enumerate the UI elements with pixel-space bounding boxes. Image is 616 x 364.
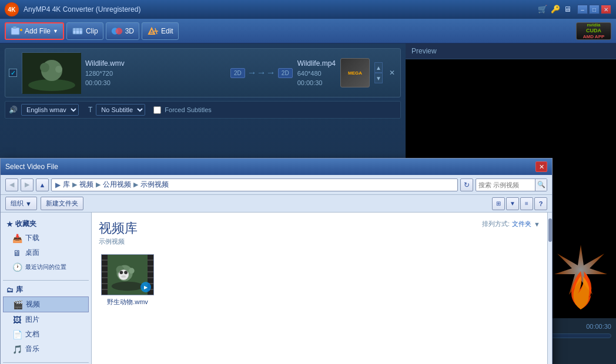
view-arrow-button[interactable]: ▼ <box>506 197 519 210</box>
content-grid: ▶ 野生动物.wmv <box>99 252 540 309</box>
sort-bar: 排列方式: 文件夹 ▼ <box>482 220 540 228</box>
input-duration: 00:00:30 <box>85 79 226 86</box>
breadcrumb-video[interactable]: 视频 <box>79 180 93 190</box>
desktop-label: 桌面 <box>25 248 39 258</box>
add-file-label: Add File <box>25 27 51 35</box>
dialog-content-area: 视频库 示例视频 排列方式: 文件夹 ▼ <box>92 213 547 364</box>
remove-file-button[interactable]: ✕ <box>387 68 397 77</box>
svg-point-17 <box>40 63 49 72</box>
file-card-thumbnail: ▶ <box>101 254 154 295</box>
library-icon: 🗂 <box>6 286 14 294</box>
film-strip-left <box>102 255 108 295</box>
refresh-button[interactable]: ↻ <box>460 178 473 191</box>
clip-button[interactable]: Clip <box>66 22 103 40</box>
forced-subtitles-checkbox[interactable] <box>153 106 161 114</box>
favorites-star-icon: ★ <box>6 220 13 228</box>
help-button[interactable]: ? <box>534 197 547 210</box>
title-bar: 4K AnyMP4 4K Converter (Unregistered) 🛒 … <box>0 0 616 19</box>
breadcrumb-bar[interactable]: ▶ 库 ▶ 视频 ▶ 公用视频 ▶ 示例视频 <box>51 178 458 191</box>
main-wrapper: ✓ Wildlife.wmv 1280*720 00:00:30 <box>0 43 616 364</box>
svg-point-24 <box>129 268 135 274</box>
svg-marker-10 <box>149 28 155 34</box>
up-button[interactable]: ▲ <box>36 178 49 191</box>
edit-button[interactable]: Edit <box>142 22 179 40</box>
sort-label: 排列方式: <box>482 220 510 228</box>
library-title-group: 视频库 示例视频 <box>99 220 138 246</box>
format-in-badge: 2D <box>230 68 245 78</box>
minimize-button[interactable]: – <box>577 5 588 14</box>
search-input[interactable] <box>476 181 535 188</box>
dialog-body: ★ 收藏夹 📥 下载 🖥 桌面 🕐 最近访问的位置 <box>1 213 552 364</box>
dialog-close-button[interactable]: ✕ <box>535 161 547 172</box>
svg-point-28 <box>121 275 126 278</box>
breadcrumb-example[interactable]: 示例视频 <box>140 180 169 190</box>
key-icon[interactable]: 🔑 <box>551 5 560 14</box>
breadcrumb-icon: ▶ <box>55 181 61 189</box>
sidebar-item-documents[interactable]: 📄 文档 <box>3 327 89 342</box>
search-icon[interactable]: 🔍 <box>535 179 547 191</box>
downloads-label: 下载 <box>25 233 39 243</box>
sidebar-item-video[interactable]: 🎬 视频 <box>3 296 89 312</box>
new-folder-button[interactable]: 新建文件夹 <box>41 197 83 210</box>
downloads-icon: 📥 <box>12 234 22 243</box>
play-overlay-icon: ▶ <box>140 282 151 292</box>
format-out-badge: 2D <box>278 68 293 78</box>
add-file-icon <box>11 25 22 37</box>
sort-chevron: ▼ <box>534 221 540 228</box>
svg-rect-0 <box>11 28 19 35</box>
title-controls: 🛒 🔑 🖥 – □ ✕ <box>538 5 611 14</box>
add-file-button[interactable]: Add File ▼ <box>5 22 64 40</box>
documents-icon: 📄 <box>12 330 22 339</box>
audio-track-select[interactable]: English wmav <box>21 104 79 116</box>
maximize-button[interactable]: □ <box>589 5 600 14</box>
dialog-toolbar: 组织 ▼ 新建文件夹 ⊞ ▼ ≡ ? <box>1 195 552 213</box>
cart-icon[interactable]: 🛒 <box>538 5 547 14</box>
pictures-icon: 🖼 <box>12 315 22 325</box>
scroll-up-button[interactable]: ▲ <box>374 62 383 73</box>
back-button[interactable]: ◀ <box>5 178 18 191</box>
3d-label: 3D <box>125 27 134 35</box>
recent-icon: 🕐 <box>12 262 22 272</box>
breadcrumb-lib[interactable]: 库 <box>63 180 70 190</box>
sort-value[interactable]: 文件夹 <box>512 220 531 228</box>
sidebar-item-downloads[interactable]: 📥 下载 <box>3 231 89 245</box>
music-icon: 🎵 <box>12 345 22 354</box>
sidebar-item-recent[interactable]: 🕐 最近访问的位置 <box>3 260 89 274</box>
video-folder-icon: 🎬 <box>13 300 22 309</box>
audio-icon: 🔊 <box>9 106 18 114</box>
mega-label: MEGA <box>348 70 362 76</box>
svg-point-18 <box>55 66 62 73</box>
file-card-wildlife[interactable]: ▶ 野生动物.wmv <box>101 254 154 306</box>
dialog-title-bar: Select Video File ✕ <box>1 159 552 175</box>
details-view-button[interactable]: ≡ <box>520 197 533 210</box>
file-checkbox[interactable]: ✓ <box>9 69 17 77</box>
subtitle-select[interactable]: No Subtitle <box>96 104 145 116</box>
close-button[interactable]: ✕ <box>601 5 611 14</box>
sidebar-item-desktop[interactable]: 🖥 桌面 <box>3 245 89 260</box>
svg-rect-1 <box>13 26 16 28</box>
edit-label: Edit <box>161 27 173 35</box>
sidebar-item-pictures[interactable]: 🖼 图片 <box>3 312 89 327</box>
file-thumbnail <box>22 52 81 93</box>
mega-icon: MEGA <box>340 58 370 87</box>
vertical-scrollbar[interactable] <box>547 213 552 364</box>
grid-view-button[interactable]: ⊞ <box>492 197 505 210</box>
title-bar-left: 4K AnyMP4 4K Converter (Unregistered) <box>5 2 140 16</box>
organize-chevron: ▼ <box>25 200 32 207</box>
sidebar-divider-2 <box>3 362 89 363</box>
search-bar: 🔍 <box>476 178 547 191</box>
scrollbar-thumb[interactable] <box>548 218 552 242</box>
breadcrumb-public[interactable]: 公用视频 <box>103 180 131 190</box>
organize-button[interactable]: 组织 ▼ <box>5 197 37 210</box>
scroll-down-button[interactable]: ▼ <box>374 73 383 83</box>
pictures-label: 图片 <box>25 315 39 325</box>
sep2: ▶ <box>96 181 101 188</box>
sidebar-item-music[interactable]: 🎵 音乐 <box>3 342 89 356</box>
convert-arrow: 2D →→→ 2D <box>230 68 293 78</box>
3d-icon <box>111 25 123 37</box>
dialog-title-text: Select Video File <box>5 163 58 171</box>
recent-label: 最近访问的位置 <box>25 263 66 271</box>
monitor-icon[interactable]: 🖥 <box>564 5 571 14</box>
forward-button[interactable]: ▶ <box>21 178 34 191</box>
3d-button[interactable]: 3D <box>106 22 139 40</box>
